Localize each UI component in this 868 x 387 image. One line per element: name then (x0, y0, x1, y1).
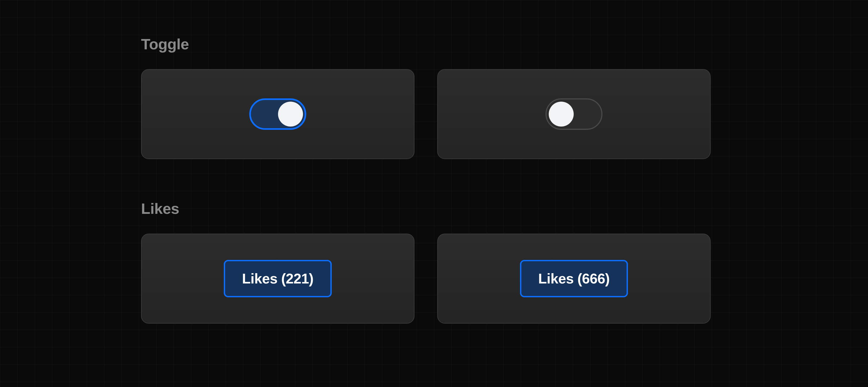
likes-button[interactable]: Likes (666) (520, 260, 628, 297)
likes-button[interactable]: Likes (221) (224, 260, 332, 297)
toggle-switch-off[interactable] (546, 98, 602, 130)
section-heading-likes: Likes (141, 200, 727, 217)
toggle-card-on (141, 69, 414, 159)
toggle-switch-on[interactable] (249, 98, 306, 130)
toggle-row (141, 69, 727, 159)
likes-row: Likes (221) Likes (666) (141, 234, 727, 324)
toggle-thumb (549, 102, 574, 127)
likes-card-1: Likes (666) (437, 234, 711, 324)
toggle-card-off (437, 69, 711, 159)
likes-card-0: Likes (221) (141, 234, 414, 324)
toggle-thumb (278, 102, 303, 127)
section-heading-toggle: Toggle (141, 35, 727, 53)
